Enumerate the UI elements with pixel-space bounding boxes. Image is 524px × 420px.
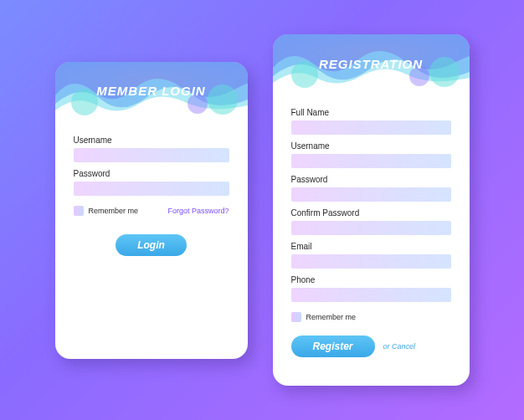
svg-point-4: [429, 57, 460, 87]
svg-point-3: [291, 61, 318, 88]
login-form: Username Password Remember me Forgot Pas…: [55, 127, 248, 256]
password-field: Password: [74, 169, 229, 196]
reg-username-field: Username: [291, 141, 451, 168]
registration-title: REGISTRATION: [319, 57, 423, 71]
phone-field: Phone: [291, 275, 451, 302]
registration-form: Full Name Username Password Confirm Pass…: [273, 100, 470, 357]
forgot-password-link[interactable]: Forgot Password?: [167, 207, 229, 215]
register-button-row: Register or Cancel: [291, 335, 451, 357]
username-input[interactable]: [74, 148, 229, 162]
fullname-input[interactable]: [291, 120, 451, 135]
registration-card: REGISTRATION Full Name Username Password…: [273, 34, 470, 386]
fullname-field: Full Name: [291, 108, 451, 135]
remember-wrapper: Remember me: [74, 206, 139, 216]
register-button[interactable]: Register: [291, 335, 375, 357]
login-header: MEMBER LOGIN: [55, 62, 248, 127]
phone-label: Phone: [291, 275, 451, 284]
reg-password-label: Password: [291, 175, 451, 184]
fullname-label: Full Name: [291, 108, 451, 117]
svg-point-0: [71, 89, 98, 115]
registration-header: REGISTRATION: [273, 34, 470, 100]
confirm-password-input[interactable]: [291, 221, 451, 235]
login-options-row: Remember me Forgot Password?: [74, 206, 229, 216]
password-input[interactable]: [74, 182, 229, 196]
cancel-link[interactable]: or Cancel: [383, 342, 416, 351]
phone-input[interactable]: [291, 288, 451, 302]
reg-password-field: Password: [291, 175, 451, 202]
reg-remember-wrapper: Remember me: [291, 312, 357, 322]
remember-checkbox[interactable]: [74, 206, 84, 216]
reg-username-input[interactable]: [291, 154, 451, 168]
email-field: Email: [291, 242, 451, 269]
login-button-wrap: Login: [74, 234, 229, 256]
username-label: Username: [74, 136, 229, 145]
reg-username-label: Username: [291, 141, 451, 151]
reg-remember-checkbox[interactable]: [291, 312, 301, 322]
email-input[interactable]: [291, 254, 451, 269]
reg-options-row: Remember me: [291, 312, 451, 322]
login-title: MEMBER LOGIN: [96, 84, 205, 98]
remember-label: Remember me: [89, 207, 139, 215]
reg-remember-label: Remember me: [306, 313, 357, 321]
svg-point-1: [208, 85, 238, 115]
login-card: MEMBER LOGIN Username Password Remember …: [55, 62, 248, 359]
password-label: Password: [74, 169, 229, 178]
login-button[interactable]: Login: [116, 234, 187, 256]
username-field: Username: [74, 136, 229, 162]
confirm-password-field: Confirm Password: [291, 208, 451, 235]
reg-password-input[interactable]: [291, 187, 451, 202]
email-label: Email: [291, 242, 451, 251]
confirm-password-label: Confirm Password: [291, 208, 451, 218]
